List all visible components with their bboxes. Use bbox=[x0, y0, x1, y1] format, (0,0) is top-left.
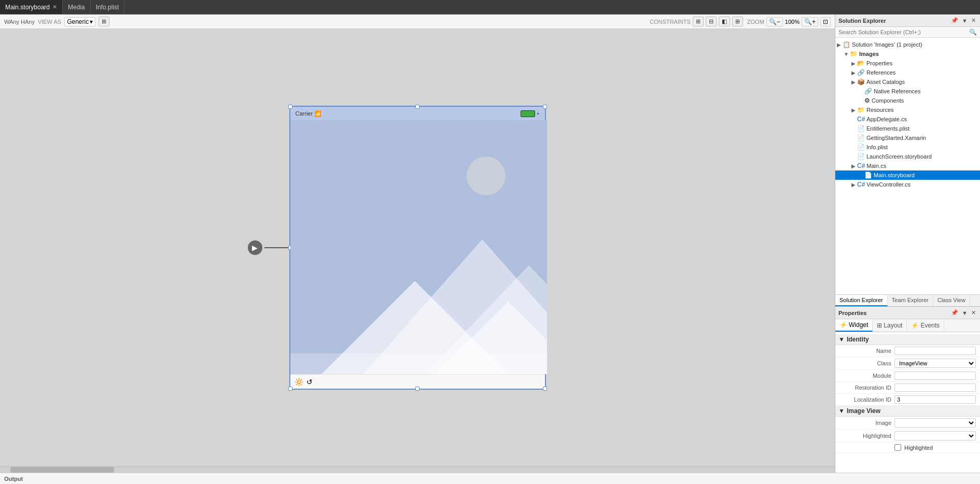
tree-view: ▶ 📋 Solution 'Images' (1 project) ▼ 📁 Im… bbox=[835, 38, 980, 294]
props-close-btn[interactable]: ✕ bbox=[970, 309, 977, 316]
tree-label: Properties bbox=[866, 60, 892, 66]
expand-icon[interactable]: ▶ bbox=[850, 107, 857, 113]
tree-item-resources[interactable]: ▶ 📁 Resources bbox=[835, 105, 980, 115]
close-panel-btn[interactable]: ✕ bbox=[970, 17, 977, 24]
collapse-btn[interactable]: ▼ bbox=[961, 18, 969, 24]
tree-item-asset-catalogs[interactable]: ▶ 📦 Asset Catalogs bbox=[835, 77, 980, 87]
tree-item-viewcontroller[interactable]: ▶ C# ViewController.cs bbox=[835, 180, 980, 189]
tree-label: Main.storyboard bbox=[874, 172, 915, 178]
tree-item-main-storyboard[interactable]: ▶ 📄 Main.storyboard bbox=[835, 170, 980, 180]
highlighted-select[interactable] bbox=[894, 431, 976, 440]
canvas-hscroll[interactable] bbox=[0, 466, 835, 473]
collapse-icon: ▼ bbox=[838, 336, 845, 343]
module-input[interactable] bbox=[894, 372, 976, 380]
constraints-btn-2[interactable]: ⊟ bbox=[706, 17, 717, 26]
tree-item-launchscreen[interactable]: ▶ 📄 LaunchScreen.storyboard bbox=[835, 152, 980, 161]
storyboard-selected-icon: 📄 bbox=[864, 172, 872, 179]
tree-label: Main.cs bbox=[866, 163, 886, 169]
prop-module-row: Module bbox=[835, 370, 980, 382]
localization-input[interactable] bbox=[894, 395, 976, 404]
name-input[interactable] bbox=[894, 347, 976, 355]
cs-icon2: C# bbox=[857, 162, 865, 169]
hscroll-thumb[interactable] bbox=[10, 467, 114, 473]
device-button[interactable]: ⊞ bbox=[99, 17, 109, 26]
handle-bot-right[interactable] bbox=[543, 387, 547, 391]
tree-label: LaunchScreen.storyboard bbox=[866, 153, 932, 160]
image-view[interactable] bbox=[290, 120, 547, 374]
storyboard-icon: 📄 bbox=[857, 153, 865, 160]
handle-top-center[interactable] bbox=[415, 105, 419, 109]
restoration-label: Restoration ID bbox=[839, 385, 891, 391]
handle-top-right[interactable] bbox=[543, 105, 547, 109]
expand-icon[interactable]: ▶ bbox=[850, 70, 857, 76]
expand-icon[interactable]: ▶ bbox=[850, 182, 857, 188]
props-pin-btn[interactable]: 📌 bbox=[950, 309, 959, 316]
properties-title: Properties bbox=[838, 310, 950, 316]
doc-icon: 📄 bbox=[857, 134, 865, 141]
identity-section-header[interactable]: ▼ Identity bbox=[835, 334, 980, 345]
image-label: Image bbox=[839, 420, 891, 426]
tree-item-main-cs[interactable]: ▶ C# Main.cs bbox=[835, 161, 980, 170]
props-tab-layout[interactable]: ⊞ Layout bbox=[873, 319, 907, 332]
expand-icon[interactable]: ▶ bbox=[850, 79, 857, 85]
tree-item-entitlements[interactable]: ▶ 📄 Entitlements.plist bbox=[835, 124, 980, 133]
tree-label: AppDelegate.cs bbox=[866, 116, 907, 122]
tree-item-gettingstarted[interactable]: ▶ 📄 GettingStarted.Xamarin bbox=[835, 133, 980, 143]
class-select[interactable]: ImageView bbox=[894, 359, 976, 368]
carrier-label: Carrier 📶 bbox=[296, 110, 322, 117]
tree-label: Solution 'Images' (1 project) bbox=[852, 41, 922, 48]
view-as-select[interactable]: Generic ▾ bbox=[64, 17, 95, 26]
zoom-out-btn[interactable]: 🔍− bbox=[766, 17, 783, 26]
toolbar-left: WAny HAny VIEW AS Generic ▾ ⊞ bbox=[4, 17, 646, 26]
canvas-area[interactable]: ▶ bbox=[0, 29, 835, 466]
tree-item-images[interactable]: ▼ 📁 Images bbox=[835, 49, 980, 59]
tree-item-properties[interactable]: ▶ 📂 Properties bbox=[835, 59, 980, 68]
expand-icon[interactable]: ▼ bbox=[843, 51, 850, 57]
pin-btn[interactable]: 📌 bbox=[950, 17, 959, 24]
constraints-btn-1[interactable]: ⊞ bbox=[693, 17, 704, 26]
props-tab-widget[interactable]: ⚡ Widget bbox=[835, 319, 873, 332]
handle-top-left[interactable] bbox=[288, 105, 292, 109]
solution-search-bar: 🔍 bbox=[835, 27, 980, 38]
tree-item-info-plist[interactable]: ▶ 📄 Info.plist bbox=[835, 143, 980, 152]
tree-item-appdelegate[interactable]: ▶ C# AppDelegate.cs bbox=[835, 115, 980, 124]
expand-icon[interactable]: ▶ bbox=[850, 61, 857, 66]
handle-bot-center[interactable] bbox=[415, 387, 419, 391]
props-collapse-btn[interactable]: ▼ bbox=[961, 310, 969, 316]
battery-plus: + bbox=[537, 111, 540, 117]
tree-label: References bbox=[866, 69, 895, 76]
tab-main-storyboard[interactable]: Main.storyboard ✕ bbox=[0, 0, 63, 14]
tree-item-native-references[interactable]: ▶ 🔗 Native References bbox=[835, 87, 980, 96]
tree-item-components[interactable]: ▶ ⚙ Components bbox=[835, 96, 980, 105]
zoom-fit-btn[interactable]: ⊡ bbox=[820, 17, 831, 26]
se-tab-team-explorer[interactable]: Team Explorer bbox=[888, 295, 933, 306]
tree-label: ViewController.cs bbox=[866, 181, 911, 188]
se-tab-class-view[interactable]: Class View bbox=[933, 295, 970, 306]
se-tab-solution-explorer[interactable]: Solution Explorer bbox=[835, 295, 888, 306]
tree-item-solution[interactable]: ▶ 📋 Solution 'Images' (1 project) bbox=[835, 40, 980, 49]
properties-title-bar: Properties 📌 ▼ ✕ bbox=[835, 307, 980, 319]
handle-bot-left[interactable] bbox=[288, 387, 292, 391]
image-view-section-header[interactable]: ▼ Image View bbox=[835, 406, 980, 417]
tab-info-plist[interactable]: Info.plist bbox=[91, 0, 125, 14]
restoration-input[interactable] bbox=[894, 383, 976, 392]
constraints-btn-3[interactable]: ◧ bbox=[719, 17, 730, 26]
constraints-btn-4[interactable]: ⊞ bbox=[732, 17, 743, 26]
highlighted-checkbox[interactable] bbox=[894, 444, 901, 451]
expand-icon[interactable]: ▶ bbox=[850, 163, 857, 169]
tree-item-references[interactable]: ▶ 🔗 References bbox=[835, 68, 980, 77]
expand-icon[interactable]: ▶ bbox=[835, 42, 843, 48]
zoom-in-btn[interactable]: 🔍+ bbox=[802, 17, 818, 26]
tab-close-btn[interactable]: ✕ bbox=[52, 4, 57, 10]
solution-search-input[interactable] bbox=[838, 29, 967, 35]
image-select[interactable] bbox=[894, 418, 976, 428]
prop-name-row: Name bbox=[835, 345, 980, 357]
storyboard-scene: ▶ bbox=[289, 106, 546, 390]
class-label: Class bbox=[839, 360, 891, 366]
layout-label: Layout bbox=[884, 322, 902, 329]
tree-label: Asset Catalogs bbox=[866, 79, 905, 85]
right-panel: Solution Explorer 📌 ▼ ✕ 🔍 ▶ 📋 Solution '… bbox=[835, 15, 980, 473]
battery-icon bbox=[521, 110, 535, 117]
props-tab-events[interactable]: ⚡ Events bbox=[907, 319, 944, 332]
tab-media[interactable]: Media bbox=[63, 0, 91, 14]
